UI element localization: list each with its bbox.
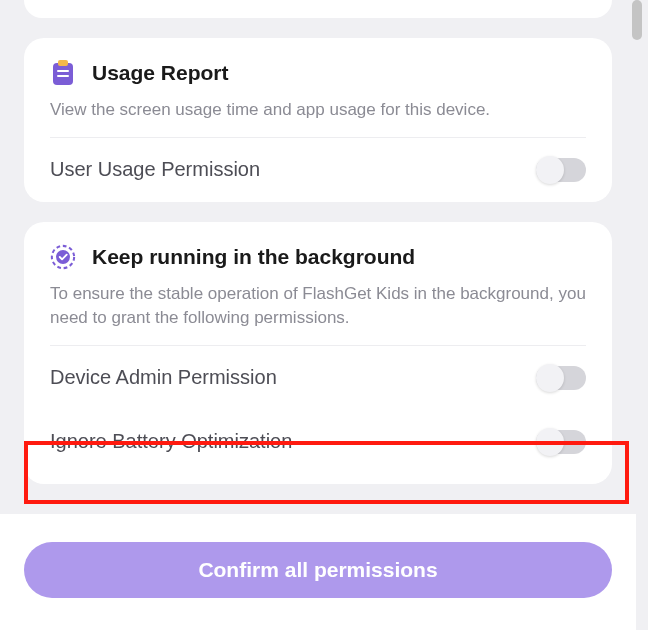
toggle-knob [536,156,564,184]
confirm-all-permissions-button[interactable]: Confirm all permissions [24,542,612,598]
scrollbar-track[interactable] [636,0,644,630]
svg-rect-1 [58,60,68,66]
previous-card-bottom [24,0,612,18]
user-usage-permission-row: User Usage Permission [50,138,586,202]
footer-bar: Confirm all permissions [0,514,636,630]
ignore-battery-optimization-row: Ignore Battery Optimization [50,410,586,474]
content-area: Usage Report View the screen usage time … [0,0,636,484]
svg-rect-0 [53,63,73,85]
section-description: View the screen usage time and app usage… [50,98,586,123]
row-label: Ignore Battery Optimization [50,430,292,453]
background-running-card: Keep running in the background To ensure… [24,222,612,484]
clipboard-icon [50,60,76,86]
row-label: User Usage Permission [50,158,260,181]
card-header: Usage Report [50,60,586,86]
usage-report-card: Usage Report View the screen usage time … [24,38,612,202]
scrollbar-thumb[interactable] [632,0,642,40]
card-header: Keep running in the background [50,244,586,270]
device-admin-permission-toggle[interactable] [536,366,586,390]
toggle-knob [536,428,564,456]
section-description: To ensure the stable operation of FlashG… [50,282,586,331]
toggle-knob [536,364,564,392]
device-admin-permission-row: Device Admin Permission [50,346,586,410]
svg-rect-3 [57,75,69,77]
running-check-icon [50,244,76,270]
ignore-battery-optimization-toggle[interactable] [536,430,586,454]
svg-point-5 [56,250,70,264]
row-label: Device Admin Permission [50,366,277,389]
user-usage-permission-toggle[interactable] [536,158,586,182]
section-title: Usage Report [92,61,229,85]
svg-rect-2 [57,70,69,72]
section-title: Keep running in the background [92,245,415,269]
